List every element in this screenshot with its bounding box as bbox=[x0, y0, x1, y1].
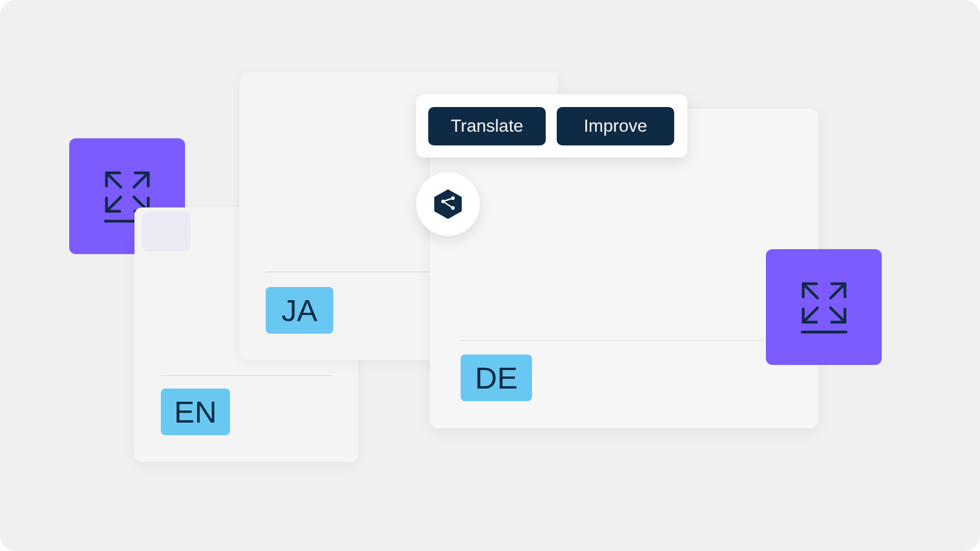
language-badge-ja: JA bbox=[266, 287, 333, 334]
language-code: EN bbox=[174, 397, 217, 428]
translate-button[interactable]: Translate bbox=[428, 107, 546, 145]
canvas: EN JA DE Translate Improve bbox=[0, 0, 980, 551]
card-divider bbox=[461, 340, 787, 341]
card-divider bbox=[161, 375, 332, 376]
brand-chat-icon bbox=[431, 187, 465, 221]
expand-tile-right bbox=[766, 249, 882, 365]
translate-button-label: Translate bbox=[451, 116, 523, 136]
action-toolbar: Translate Improve bbox=[416, 94, 687, 158]
language-code: JA bbox=[282, 295, 317, 326]
expand-icon bbox=[797, 277, 852, 338]
language-badge-en: EN bbox=[161, 389, 230, 435]
ghost-block bbox=[142, 212, 191, 251]
improve-button-label: Improve bbox=[584, 116, 647, 136]
language-badge-de: DE bbox=[461, 355, 532, 401]
language-code: DE bbox=[475, 363, 518, 393]
improve-button[interactable]: Improve bbox=[557, 107, 674, 145]
brand-logo-badge bbox=[416, 172, 480, 236]
